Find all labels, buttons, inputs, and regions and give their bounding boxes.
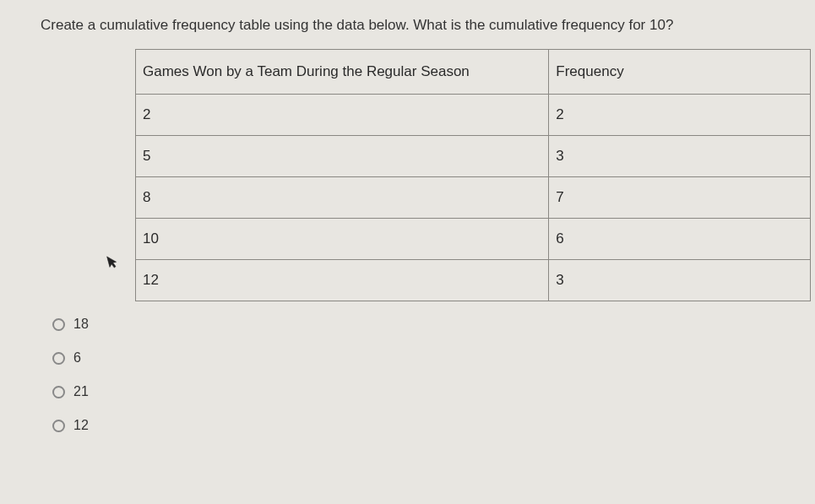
table-header-games: Games Won by a Team During the Regular S… — [136, 50, 549, 95]
table-row: 8 7 — [136, 177, 811, 219]
table-header-row: Games Won by a Team During the Regular S… — [136, 50, 811, 95]
answer-options: 18 6 21 12 — [52, 317, 790, 433]
question-text: Create a cumulative frequency table usin… — [41, 17, 790, 34]
radio-icon — [52, 386, 65, 398]
option-18[interactable]: 18 — [52, 317, 790, 332]
table-cell-games: 12 — [136, 260, 549, 301]
table-cell-frequency: 6 — [549, 219, 811, 260]
table-header-frequency: Frequency — [549, 50, 811, 95]
radio-icon — [52, 420, 65, 432]
radio-icon — [52, 352, 65, 365]
table-cell-frequency: 2 — [549, 95, 811, 136]
table-row: 2 2 — [136, 95, 811, 136]
option-21[interactable]: 21 — [52, 384, 790, 399]
table-cell-games: 2 — [136, 95, 549, 136]
cursor-icon — [106, 253, 122, 274]
table-cell-games: 5 — [136, 136, 549, 177]
frequency-table: Games Won by a Team During the Regular S… — [135, 49, 811, 301]
frequency-table-wrapper: Games Won by a Team During the Regular S… — [135, 49, 781, 301]
option-label: 21 — [73, 384, 89, 399]
option-6[interactable]: 6 — [52, 350, 790, 366]
option-12[interactable]: 12 — [52, 418, 790, 433]
table-cell-games: 8 — [136, 177, 549, 219]
table-cell-frequency: 3 — [549, 260, 811, 301]
table-cell-games: 10 — [136, 219, 549, 260]
table-row: 5 3 — [136, 136, 811, 177]
table-row: 12 3 — [136, 260, 811, 301]
radio-icon — [52, 318, 65, 331]
table-cell-frequency: 3 — [549, 136, 811, 177]
option-label: 18 — [73, 317, 89, 332]
option-label: 6 — [73, 350, 81, 366]
table-row: 10 6 — [136, 219, 811, 260]
option-label: 12 — [73, 418, 89, 433]
table-cell-frequency: 7 — [549, 177, 811, 219]
